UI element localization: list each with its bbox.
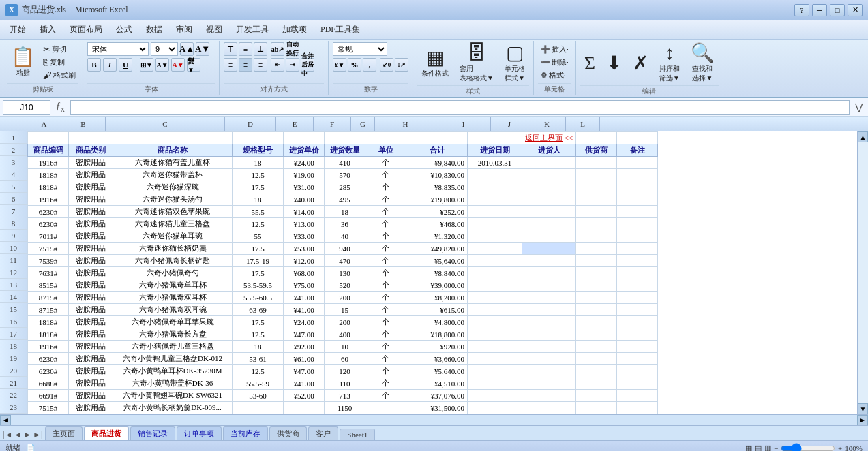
sheet-nav-last[interactable]: ►| (33, 430, 42, 440)
header-a2[interactable]: 商品编码 (28, 144, 69, 157)
cell-e18[interactable]: ¥92.00 (284, 341, 325, 353)
cell-k17[interactable] (576, 328, 617, 341)
cell-c10[interactable]: 六奇迷你猫长柄奶羹 (113, 243, 233, 255)
cell-h16[interactable]: ¥4,800.00 (406, 316, 468, 328)
align-middle-button[interactable]: ≡ (239, 42, 252, 56)
scroll-up-button[interactable]: ▲ (858, 131, 868, 142)
cell-j9[interactable] (522, 230, 576, 243)
cell-d20[interactable]: 12.5 (233, 365, 284, 377)
cell-k5[interactable] (576, 181, 617, 193)
cell-a6[interactable]: 1916# (28, 193, 69, 206)
cell-a18[interactable]: 1916# (28, 341, 69, 353)
cell-j17[interactable] (522, 328, 576, 341)
cell-i21[interactable] (468, 377, 522, 390)
row-header-7[interactable]: 7 (0, 205, 27, 217)
cell-h17[interactable]: ¥18,800.00 (406, 328, 468, 341)
cell-k11[interactable] (576, 255, 617, 267)
cell-b18[interactable]: 密胺用品 (69, 341, 113, 353)
cell-a15[interactable]: 8715# (28, 304, 69, 316)
cell-i16[interactable] (468, 316, 522, 328)
cell-a8[interactable]: 6230# (28, 218, 69, 230)
sum-button[interactable]: Σ (580, 52, 599, 74)
row-header-22[interactable]: 22 (0, 389, 27, 401)
cell-i17[interactable] (468, 328, 522, 341)
col-header-d[interactable]: D (225, 117, 276, 131)
row-header-14[interactable]: 14 (0, 291, 27, 303)
cell-e21[interactable]: ¥41.00 (284, 377, 325, 390)
cell-d10[interactable]: 17.5 (233, 243, 284, 255)
cell-l14[interactable] (617, 292, 658, 304)
cell-a23[interactable]: 7515# (28, 402, 69, 414)
find-select-button[interactable]: 🔍 查找和选择▼ (687, 42, 719, 84)
cell-b14[interactable]: 密胺用品 (69, 292, 113, 304)
cell-g18[interactable]: 个 (365, 341, 406, 353)
paste-button[interactable]: 📋 粘贴 (7, 46, 39, 79)
format-painter-button[interactable]: 🖌 格式刷 (40, 69, 78, 82)
number-format-select[interactable]: 常规 (333, 42, 387, 56)
cell-l12[interactable] (617, 267, 658, 279)
cell-h1[interactable] (406, 132, 468, 144)
cell-c5[interactable]: 六奇迷你猫深碗 (113, 181, 233, 193)
cell-d15[interactable]: 63-69 (233, 304, 284, 316)
formula-input[interactable] (70, 100, 850, 115)
cell-i5[interactable] (468, 181, 522, 193)
cell-d13[interactable]: 53.5-59.5 (233, 279, 284, 292)
cell-c7[interactable]: 六奇迷你猫双色苹果碗 (113, 206, 233, 218)
cell-g7[interactable]: 个 (365, 206, 406, 218)
cell-h20[interactable]: ¥5,640.00 (406, 365, 468, 377)
menu-insert[interactable]: 插入 (33, 22, 63, 37)
row-header-19[interactable]: 19 (0, 352, 27, 364)
cell-i6[interactable] (468, 193, 522, 206)
merge-center-button[interactable]: 合并后居中 (301, 58, 314, 72)
cell-f7[interactable]: 18 (325, 206, 365, 218)
scroll-right-button[interactable]: ► (857, 415, 868, 426)
cell-i8[interactable] (468, 218, 522, 230)
font-grow-button[interactable]: A▲ (180, 42, 194, 56)
cell-j15[interactable] (522, 304, 576, 316)
cell-c12[interactable]: 六奇小猪佩奇勺 (113, 267, 233, 279)
cell-f8[interactable]: 36 (325, 218, 365, 230)
sheet-nav-prev[interactable]: ◄ (14, 430, 22, 440)
cell-b16[interactable]: 密胺用品 (69, 316, 113, 328)
cell-g6[interactable]: 个 (365, 193, 406, 206)
cell-f21[interactable]: 110 (325, 377, 365, 390)
cell-k22[interactable] (576, 390, 617, 402)
italic-button[interactable]: I (103, 58, 117, 72)
menu-pdf[interactable]: PDF工具集 (314, 22, 367, 37)
cell-k19[interactable] (576, 353, 617, 365)
conditional-format-button[interactable]: ▦ 条件格式 (417, 47, 453, 80)
cell-d7[interactable]: 55.5 (233, 206, 284, 218)
cell-h8[interactable]: ¥468.00 (406, 218, 468, 230)
cell-j20[interactable] (522, 365, 576, 377)
cell-e17[interactable]: ¥47.00 (284, 328, 325, 341)
cell-e16[interactable]: ¥24.00 (284, 316, 325, 328)
menu-addins[interactable]: 加载项 (275, 22, 314, 37)
cell-l3[interactable] (617, 157, 658, 169)
cell-k4[interactable] (576, 169, 617, 181)
menu-formula[interactable]: 公式 (109, 22, 139, 37)
cell-i7[interactable] (468, 206, 522, 218)
sheet-tab-main[interactable]: 主页面 (45, 426, 83, 440)
row-header-2[interactable]: 2 (0, 144, 27, 156)
sheet-tab-goods[interactable]: 商品进货 (84, 426, 129, 440)
cell-k6[interactable] (576, 193, 617, 206)
header-i2[interactable]: 进货日期 (468, 144, 522, 157)
sheet-nav-next[interactable]: ► (23, 430, 31, 440)
cell-h5[interactable]: ¥8,835.00 (406, 181, 468, 193)
grid-scroll[interactable]: 返回主界面 << 商品编码 商品类别 商品名称 规格型号 进货单价 进货数量 单… (27, 131, 857, 414)
cell-c11[interactable]: 六奇小猪佩奇长柄铲匙 (113, 255, 233, 267)
header-j2[interactable]: 进货人 (522, 144, 576, 157)
cell-h13[interactable]: ¥39,000.00 (406, 279, 468, 292)
col-header-f[interactable]: F (314, 117, 351, 131)
cell-l10[interactable] (617, 243, 658, 255)
cell-l18[interactable] (617, 341, 658, 353)
row-header-6[interactable]: 6 (0, 193, 27, 205)
cell-k16[interactable] (576, 316, 617, 328)
cell-b10[interactable]: 密胺用品 (69, 243, 113, 255)
cell-a1[interactable] (28, 132, 69, 144)
menu-review[interactable]: 审阅 (169, 22, 199, 37)
cell-d12[interactable]: 17.5 (233, 267, 284, 279)
cell-h4[interactable]: ¥10,830.00 (406, 169, 468, 181)
bold-button[interactable]: B (87, 58, 101, 72)
table-format-button[interactable]: 🗄 套用表格格式▼ (455, 42, 498, 84)
